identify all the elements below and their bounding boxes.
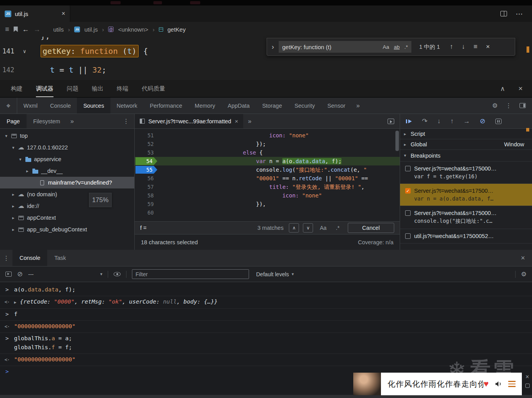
step-out-icon[interactable]: ↑ xyxy=(450,117,454,125)
resume-script-icon[interactable] xyxy=(406,119,412,124)
more-actions-icon[interactable]: ⋯ xyxy=(516,9,523,18)
breadcrumb-file[interactable]: util.js xyxy=(84,26,98,33)
line-number[interactable]: 141 xyxy=(0,47,19,55)
console-sidebar-icon[interactable] xyxy=(5,272,12,277)
deactivate-breakpoints-icon[interactable]: ⊘ xyxy=(480,117,485,125)
scrollbar-thumb[interactable] xyxy=(395,131,399,151)
close-drawer-icon[interactable]: × xyxy=(521,250,532,266)
live-expression-icon[interactable] xyxy=(114,272,121,276)
editor-tab-utiljs[interactable]: JS util.js × xyxy=(0,5,70,22)
disclosure-open-icon[interactable]: ▾ xyxy=(17,157,23,162)
heart-icon[interactable]: ♥ xyxy=(484,379,489,389)
expand-triangle-icon[interactable]: ▶ xyxy=(14,298,16,307)
bookmark-icon[interactable] xyxy=(14,27,18,32)
breakpoint-checkbox[interactable] xyxy=(405,166,411,171)
close-tab-icon[interactable]: × xyxy=(62,10,65,17)
panel-tab-code-quality[interactable]: 代码质量 xyxy=(142,80,165,97)
breakpoint-item[interactable]: ✓Server.js?t=wechat&s=17500…var n = a(o.… xyxy=(400,184,532,206)
more-panels-icon[interactable]: » xyxy=(352,98,365,114)
line-number[interactable]: 53 xyxy=(135,148,157,157)
inspect-element-icon[interactable]: ⌖ xyxy=(0,98,17,114)
source-file-tab[interactable]: Server.js?t=wec...99ae:formatted × xyxy=(135,114,243,128)
dock-side-icon[interactable] xyxy=(520,103,526,108)
tree-item-appservice[interactable]: ▾appservice xyxy=(0,153,134,165)
devtools-tab-wxml[interactable]: Wxml xyxy=(17,98,44,114)
open-file-icon[interactable] xyxy=(388,119,394,124)
devtools-tab-sensor[interactable]: Sensor xyxy=(321,98,352,114)
console-input-entry[interactable]: >globalThis.a = a;globalThis.f = f; xyxy=(0,333,532,354)
tree-item-app-sub-debugcontext[interactable]: ▸app_sub_debugContext xyxy=(0,224,134,235)
panel-tab-debugger[interactable]: 调试器 xyxy=(36,80,53,97)
line-number[interactable]: 59 xyxy=(135,200,157,208)
console-menu-icon[interactable]: ⋮ xyxy=(0,250,12,266)
console-input-entry[interactable]: >f xyxy=(0,309,532,321)
devtools-tab-security[interactable]: Security xyxy=(288,98,321,114)
minimize-ad-icon[interactable] xyxy=(525,384,530,388)
search-previous-button[interactable]: ∧ xyxy=(289,223,299,233)
line-number[interactable]: 55 xyxy=(135,165,157,174)
disclosure-closed-icon[interactable]: ▸ xyxy=(10,227,16,232)
disclosure-open-icon[interactable]: ▾ xyxy=(3,133,9,139)
filter-input[interactable] xyxy=(135,271,246,277)
devtools-tab-memory[interactable]: Memory xyxy=(189,98,221,114)
close-tab-icon[interactable]: × xyxy=(235,118,238,124)
breakpoint-checkbox[interactable] xyxy=(405,210,411,216)
breadcrumb-symbol-getkey[interactable]: getKey xyxy=(167,26,186,33)
disclosure-closed-icon[interactable]: ▸ xyxy=(10,192,16,197)
disclosure-closed-icon[interactable]: ▸ xyxy=(24,169,30,174)
line-number[interactable]: 51 xyxy=(135,131,157,140)
devtools-tab-performance[interactable]: Performance xyxy=(144,98,189,114)
close-ad-icon[interactable]: × xyxy=(525,374,529,380)
disclosure-open-icon[interactable]: ▾ xyxy=(10,145,16,150)
breakpoint-checkbox[interactable]: ✓ xyxy=(405,188,411,194)
advertisement-banner[interactable]: 化作风化作雨化作春走向你 ♥ xyxy=(353,373,522,395)
devtools-menu-icon[interactable]: ⋮ xyxy=(505,102,512,109)
line-number[interactable]: 142 xyxy=(0,66,19,74)
ad-menu-icon[interactable] xyxy=(508,381,516,387)
source-code-area[interactable]: 51 icon: "none"52 });53 else {54 var n =… xyxy=(135,129,400,221)
regex-icon[interactable]: .* xyxy=(404,44,408,50)
forward-arrow-icon[interactable]: → xyxy=(34,25,41,34)
breadcrumb-folder[interactable]: utils xyxy=(53,26,64,33)
search-query-input[interactable]: f = xyxy=(140,225,253,231)
global-section[interactable]: ▸ Global Window xyxy=(400,139,532,150)
devtools-tab-appdata[interactable]: AppData xyxy=(221,98,256,114)
script-section[interactable]: ▸ Script xyxy=(400,129,532,139)
panel-tab-problems[interactable]: 问题 xyxy=(67,80,78,97)
line-number[interactable]: 60 xyxy=(135,208,157,217)
line-number[interactable]: 52 xyxy=(135,140,157,148)
disclosure-closed-icon[interactable]: ▸ xyxy=(10,215,16,220)
line-number[interactable]: 56 xyxy=(135,174,157,183)
more-navigator-tabs-icon[interactable]: » xyxy=(67,114,77,128)
console-tab-console[interactable]: Console xyxy=(12,250,47,266)
navigator-tab-filesystem[interactable]: Filesystem xyxy=(27,114,67,128)
close-panel-icon[interactable]: × xyxy=(518,84,523,93)
tree-item-ide[interactable]: ▸☁ide:// xyxy=(0,200,134,212)
disclosure-closed-icon[interactable]: ▸ xyxy=(404,142,411,147)
breakpoint-item[interactable]: util.js?t=wechat&s=17500052… xyxy=(400,229,532,243)
disclosure-closed-icon[interactable]: ▸ xyxy=(10,204,16,209)
find-previous-icon[interactable]: ↑ xyxy=(450,43,453,51)
devtools-tab-network[interactable]: Network xyxy=(110,98,144,114)
console-filter-box[interactable] xyxy=(132,269,249,279)
pause-on-exceptions-icon[interactable] xyxy=(495,119,502,124)
console-settings-icon[interactable]: ⚙ xyxy=(521,270,527,278)
console-result-entry[interactable]: <·"0000000000000000" xyxy=(0,321,532,333)
panel-tab-terminal[interactable]: 终端 xyxy=(117,80,128,97)
breakpoint-item[interactable]: Server.js?t=wechat&s=175000…var f = t.ge… xyxy=(400,162,532,184)
clear-console-icon[interactable]: ⊘ xyxy=(17,270,23,278)
devtools-tab-sources[interactable]: Sources xyxy=(77,98,110,114)
tree-item-no-domain[interactable]: ▸☁(no domain) xyxy=(0,188,134,200)
whole-word-icon[interactable]: ab xyxy=(394,44,400,50)
javascript-context-selector[interactable]: --- ▾ xyxy=(28,271,102,277)
split-editor-icon[interactable] xyxy=(500,11,507,16)
tree-item-127-0-0-1-60222[interactable]: ▾☁127.0.0.1:60222 xyxy=(0,142,134,153)
tree-item-mainframe-v-undefined[interactable]: mainframe?v=undefined? xyxy=(0,177,134,188)
find-close-icon[interactable]: × xyxy=(486,43,490,51)
speaker-icon[interactable] xyxy=(495,380,502,388)
console-result-entry[interactable]: <·"0000000000000000" xyxy=(0,354,532,366)
match-case-icon[interactable]: Aa xyxy=(320,225,326,231)
search-next-button[interactable]: ∨ xyxy=(303,223,313,233)
navigator-menu-icon[interactable]: ⋮ xyxy=(123,114,134,128)
breakpoints-section[interactable]: ▾ Breakpoints xyxy=(400,150,532,162)
